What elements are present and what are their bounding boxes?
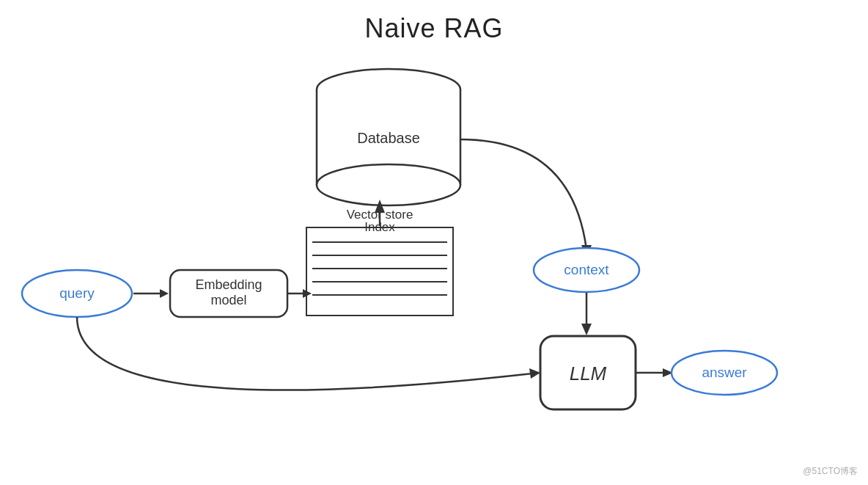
page-title: Naive RAG (0, 13, 868, 44)
svg-text:Index: Index (364, 220, 395, 234)
svg-text:context: context (564, 262, 609, 277)
svg-point-17 (22, 270, 132, 317)
svg-rect-6 (306, 227, 453, 316)
svg-point-4 (317, 164, 460, 205)
svg-marker-16 (581, 245, 592, 258)
watermark: @51CTO博客 (803, 465, 858, 478)
svg-marker-15 (375, 200, 385, 213)
svg-rect-30 (540, 336, 636, 409)
diagram-svg: Database Vector store Index query Embedd… (0, 0, 868, 485)
svg-text:query: query (59, 285, 95, 301)
svg-text:model: model (210, 293, 246, 307)
svg-text:Vector store: Vector store (347, 208, 413, 222)
svg-text:LLM: LLM (570, 362, 607, 384)
svg-marker-29 (581, 324, 592, 335)
svg-marker-34 (663, 368, 673, 377)
svg-text:Embedding: Embedding (195, 277, 262, 292)
svg-rect-21 (170, 270, 287, 317)
diagram-container: Naive RAG Database Vector store Index (0, 0, 868, 485)
svg-point-0 (317, 69, 460, 110)
svg-marker-25 (303, 289, 312, 298)
svg-rect-1 (317, 90, 460, 185)
svg-text:answer: answer (702, 365, 747, 380)
svg-text:Database: Database (357, 130, 420, 146)
svg-marker-32 (529, 368, 540, 379)
svg-point-26 (534, 248, 639, 292)
svg-marker-20 (160, 289, 169, 298)
svg-point-35 (672, 351, 777, 395)
